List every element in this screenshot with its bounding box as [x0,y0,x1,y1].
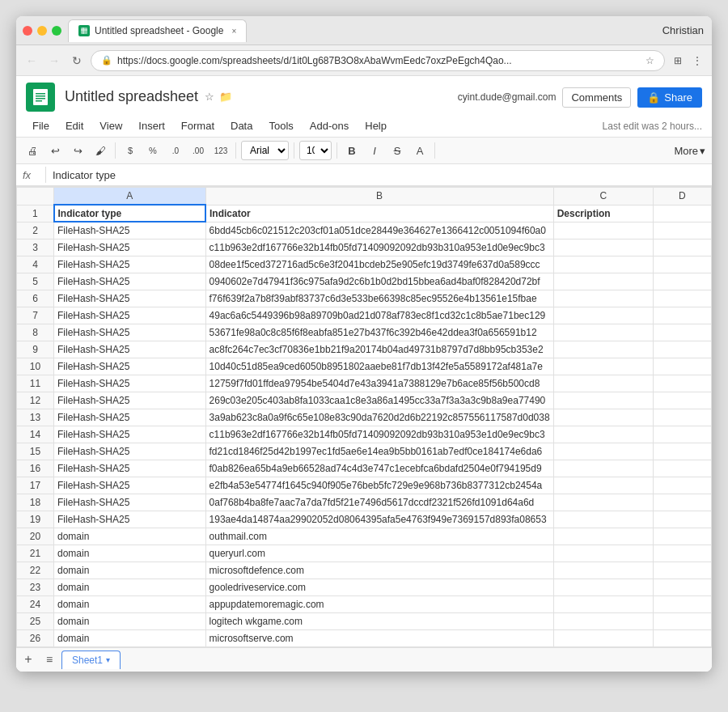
cell-14-a[interactable]: FileHash-SHA25 [54,426,206,443]
cell-2-c[interactable] [553,222,653,239]
maximize-button[interactable] [52,26,61,36]
cell-25-b[interactable]: logitech wkgame.com [205,612,553,629]
cell-15-a[interactable]: FileHash-SHA25 [54,443,206,460]
cell-14-b[interactable]: c11b963e2df167766e32b14fb05fd71409092092… [205,426,553,443]
cell-11-d[interactable] [653,375,711,392]
cell-23-b[interactable]: gooledriveservice.com [205,578,553,595]
menu-data[interactable]: Data [224,117,259,135]
cell-15-c[interactable] [553,443,653,460]
cell-12-a[interactable]: FileHash-SHA25 [54,392,206,409]
refresh-button[interactable]: ↻ [68,52,86,70]
cell-22-b[interactable]: microsoftdefence.com [205,562,553,578]
cell-1-d[interactable] [653,205,711,222]
cell-9-d[interactable] [653,341,711,358]
cell-24-a[interactable]: domain [54,595,206,612]
cell-22-c[interactable] [553,562,653,578]
cell-25-a[interactable]: domain [54,612,206,629]
font-selector[interactable]: Arial [241,141,289,160]
menu-format[interactable]: Format [175,117,221,135]
cell-14-d[interactable] [653,426,711,443]
tab-close-button[interactable]: × [231,27,236,36]
spreadsheet-title[interactable]: Untitled spreadsheet [65,88,198,105]
cell-7-c[interactable] [553,307,653,324]
cell-26-d[interactable] [653,629,711,646]
cell-19-a[interactable]: FileHash-SHA25 [54,511,206,528]
cell-20-a[interactable]: domain [54,528,206,545]
sheet-list-button[interactable]: ≡ [40,651,58,668]
cell-5-d[interactable] [653,273,711,290]
menu-insert[interactable]: Insert [132,117,171,135]
cell-4-b[interactable]: 08dee1f5ced372716ad5c6e3f2041bcdeb25e905… [205,256,553,273]
cell-19-c[interactable] [553,511,653,528]
menu-view[interactable]: View [93,117,129,135]
cell-3-b[interactable]: c11b963e2df167766e32b14fb05fd71409092092… [205,239,553,256]
cell-4-a[interactable]: FileHash-SHA25 [54,256,206,273]
cell-3-d[interactable] [653,239,711,256]
cell-19-b[interactable]: 193ae4da14874aa29902052d08064395afa5e476… [205,511,553,528]
cell-4-c[interactable] [553,256,653,273]
cell-18-a[interactable]: FileHash-SHA25 [54,494,206,511]
cell-10-d[interactable] [653,358,711,375]
cell-18-c[interactable] [553,494,653,511]
cell-12-b[interactable]: 269c03e205c403ab8fa1033caa1c8e3a86a1495c… [205,392,553,409]
cell-18-d[interactable] [653,494,711,511]
cell-6-a[interactable]: FileHash-SHA25 [54,290,206,307]
cell-15-b[interactable]: fd21cd1846f25d42b1997ec1fd5ae6e14ea9b5bb… [205,443,553,460]
cell-23-c[interactable] [553,578,653,595]
cell-17-b[interactable]: e2fb4a53e54774f1645c940f905e76beb5fc729e… [205,477,553,494]
cell-23-d[interactable] [653,578,711,595]
redo-button[interactable]: ↪ [68,141,87,160]
cell-13-a[interactable]: FileHash-SHA25 [54,409,206,426]
cell-16-d[interactable] [653,460,711,477]
extensions-icon[interactable]: ⊞ [670,53,686,69]
cell-5-a[interactable]: FileHash-SHA25 [54,273,206,290]
cell-13-c[interactable] [553,409,653,426]
cell-21-a[interactable]: domain [54,545,206,562]
folder-icon[interactable]: 📁 [219,91,232,103]
cell-21-b[interactable]: queryurl.com [205,545,553,562]
cell-16-c[interactable] [553,460,653,477]
cell-17-a[interactable]: FileHash-SHA25 [54,477,206,494]
cell-9-c[interactable] [553,341,653,358]
formula-input[interactable] [53,169,705,181]
cell-19-d[interactable] [653,511,711,528]
col-header-d[interactable]: D [653,188,711,206]
cell-6-d[interactable] [653,290,711,307]
cell-11-a[interactable]: FileHash-SHA25 [54,375,206,392]
cell-20-d[interactable] [653,528,711,545]
add-sheet-button[interactable]: + [19,651,37,668]
print-button[interactable]: 🖨 [23,141,42,160]
cell-20-c[interactable] [553,528,653,545]
comments-button[interactable]: Comments [562,87,631,108]
cell-2-d[interactable] [653,222,711,239]
cell-3-a[interactable]: FileHash-SHA25 [54,239,206,256]
cell-9-a[interactable]: FileHash-SHA25 [54,341,206,358]
minimize-button[interactable] [37,26,47,36]
cell-5-c[interactable] [553,273,653,290]
back-button[interactable]: ← [23,52,40,70]
cell-23-a[interactable]: domain [54,578,206,595]
cell-25-c[interactable] [553,612,653,629]
cell-17-c[interactable] [553,477,653,494]
cell-1-c[interactable]: Description [553,205,653,222]
spreadsheet-container[interactable]: A B C D 1Indicator typeIndicatorDescript… [16,186,712,647]
cell-22-a[interactable]: domain [54,562,206,578]
menu-edit[interactable]: Edit [59,117,90,135]
col-header-c[interactable]: C [553,188,653,206]
cell-22-d[interactable] [653,562,711,578]
menu-tools[interactable]: Tools [262,117,299,135]
cell-2-b[interactable]: 6bdd45cb6c021512c203cf01a051dce28449e364… [205,222,553,239]
percent-button[interactable]: % [143,141,163,160]
bold-button[interactable]: B [342,141,362,160]
cell-12-c[interactable] [553,392,653,409]
italic-button[interactable]: I [365,141,384,160]
font-size-selector[interactable]: 10 [299,141,332,160]
cell-14-c[interactable] [553,426,653,443]
cell-9-b[interactable]: ac8fc264c7ec3cf70836e1bb21f9a20174b04ad4… [205,341,553,358]
cell-11-c[interactable] [553,375,653,392]
cell-17-d[interactable] [653,477,711,494]
browser-tab[interactable]: Untitled spreadsheet - Google × [68,19,247,42]
cell-7-b[interactable]: 49ac6a6c5449396b98a89709b0ad21d078af783e… [205,307,553,324]
cell-10-a[interactable]: FileHash-SHA25 [54,358,206,375]
cell-24-d[interactable] [653,595,711,612]
